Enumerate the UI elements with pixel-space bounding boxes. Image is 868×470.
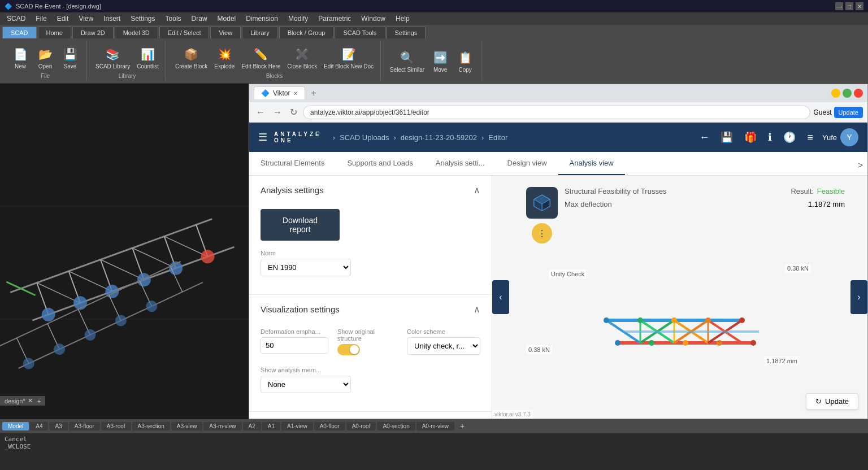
menu-file[interactable]: File [31, 14, 51, 24]
menu-parametric[interactable]: Parametric [314, 14, 355, 24]
info-btn[interactable]: ℹ [766, 129, 774, 146]
bottom-tab-a3-section[interactable]: A3-section [132, 422, 170, 430]
menu-help[interactable]: Help [391, 14, 414, 24]
menu-tools[interactable]: Tools [161, 14, 186, 24]
menu-insert[interactable]: Insert [99, 14, 125, 24]
bottom-tab-a3-view[interactable]: A3-view [171, 422, 203, 430]
url-bar[interactable] [303, 106, 810, 119]
show-analysis-select[interactable]: None [261, 376, 351, 393]
ribbon-tab-block-group[interactable]: Block / Group [279, 27, 334, 38]
menu-draw[interactable]: Draw [187, 14, 212, 24]
bottom-tab-a4[interactable]: A4 [30, 422, 48, 430]
create-block-btn[interactable]: 📦 Create Block [173, 43, 210, 72]
user-badge[interactable]: Yufe Y [822, 128, 858, 146]
ribbon-tab-scad[interactable]: SCAD [2, 27, 37, 38]
refresh-btn[interactable]: ↻ [288, 105, 300, 120]
close-block-btn[interactable]: ✖️ Close Block [285, 43, 319, 72]
new-tab-btn[interactable]: + [309, 88, 318, 98]
hamburger-btn[interactable]: ☰ [258, 131, 267, 143]
breadcrumb-editor[interactable]: Editor [488, 133, 507, 142]
bottom-tab-a1-view[interactable]: A1-view [281, 422, 313, 430]
back-nav-btn[interactable]: ← [697, 129, 711, 146]
move-btn[interactable]: ➡️ Move [429, 46, 452, 75]
show-original-toggle[interactable] [337, 344, 360, 355]
color-scheme-select[interactable]: Unity check, r... [407, 337, 480, 355]
tab-design-view[interactable]: Design view [496, 152, 558, 175]
ribbon-tab-scad-tools[interactable]: SCAD Tools [335, 27, 385, 38]
menu-bar: SCAD File Edit View Insert Settings Tool… [0, 12, 868, 25]
ribbon-tab-library[interactable]: Library [242, 27, 278, 38]
menu-view[interactable]: View [74, 14, 98, 24]
scad-library-btn[interactable]: 📚 SCAD Library [93, 43, 132, 72]
visualization-settings-toggle[interactable]: ∧ [474, 304, 480, 315]
breadcrumb-design[interactable]: design-11-23-20-59202 [401, 133, 477, 142]
tab-structural-elements[interactable]: Structural Elements [249, 152, 336, 175]
explode-btn[interactable]: 💥 Explode [212, 43, 237, 72]
add-tab-btn[interactable]: + [455, 421, 469, 430]
save-header-btn[interactable]: 💾 [718, 129, 735, 146]
ribbon-tab-home[interactable]: Home [38, 27, 71, 38]
menu-modify[interactable]: Modify [284, 14, 313, 24]
action-dots-btn[interactable]: ⋮ [532, 223, 552, 243]
gift-btn[interactable]: 🎁 [742, 129, 759, 146]
panel-nav-left[interactable]: ‹ [492, 280, 509, 314]
browser-maximize-btn[interactable] [843, 89, 852, 98]
history-btn[interactable]: 🕐 [781, 129, 798, 146]
bottom-tab-a3-floor[interactable]: A3-floor [69, 422, 100, 430]
save-btn[interactable]: 💾 Save [59, 43, 81, 72]
menu-scad[interactable]: SCAD [2, 14, 30, 24]
ribbon-tab-model3d[interactable]: Model 3D [115, 27, 158, 38]
open-btn[interactable]: 📂 Open [34, 43, 57, 72]
back-btn[interactable]: ← [254, 105, 267, 120]
browser-tab-close[interactable]: ✕ [293, 90, 298, 97]
bottom-tab-model[interactable]: Model [2, 422, 29, 430]
panel-nav-right[interactable]: › [850, 280, 867, 314]
design-tab-add[interactable]: + [37, 398, 41, 404]
select-similar-btn[interactable]: 🔍 Select Similar [388, 46, 427, 75]
menu-dimension[interactable]: Dimension [241, 14, 283, 24]
minimize-btn[interactable]: — [835, 2, 843, 10]
deformation-input[interactable] [261, 337, 328, 354]
copy-btn[interactable]: 📋 Copy [454, 46, 476, 75]
browser-minimize-btn[interactable] [831, 89, 840, 98]
menu-window[interactable]: Window [357, 14, 390, 24]
bottom-tab-a0-m-view[interactable]: A0-m-view [416, 422, 454, 430]
bottom-tab-a0-floor[interactable]: A0-floor [314, 422, 345, 430]
browser-update-btn[interactable]: Update [834, 107, 863, 118]
ribbon-tab-draw2d[interactable]: Draw 2D [72, 27, 114, 38]
norm-select[interactable]: EN 1990 [261, 259, 351, 276]
analysis-settings-toggle[interactable]: ∧ [474, 185, 480, 195]
bottom-tab-a3-m-view[interactable]: A3-m-view [203, 422, 241, 430]
tab-scroll-right[interactable]: > [853, 156, 867, 175]
tab-analysis-settings[interactable]: Analysis setti... [424, 152, 496, 175]
maximize-btn[interactable]: □ [845, 2, 853, 10]
edit-block-new-btn[interactable]: 📝 Edit Block New Doc [322, 43, 376, 72]
browser-close-btn[interactable] [854, 89, 863, 98]
bottom-tab-a3[interactable]: A3 [49, 422, 67, 430]
tab-analysis-view[interactable]: Analysis view [558, 152, 625, 175]
new-btn[interactable]: 📄 New [9, 43, 32, 72]
update-btn[interactable]: ↻ Update [806, 393, 858, 410]
design-tab-close[interactable]: ✕ [28, 397, 33, 404]
menu-edit[interactable]: Edit [53, 14, 73, 24]
countlist-btn[interactable]: 📊 Countlist [134, 43, 161, 72]
browser-tab[interactable]: 🔷 Viktor ✕ [254, 86, 305, 99]
menu-model[interactable]: Model [213, 14, 241, 24]
download-report-btn[interactable]: Download report [261, 209, 340, 241]
bottom-tab-a3-roof[interactable]: A3-roof [101, 422, 131, 430]
bottom-tab-a1[interactable]: A1 [262, 422, 280, 430]
edit-block-here-btn[interactable]: ✏️ Edit Block Here [239, 43, 283, 72]
bottom-tab-a2[interactable]: A2 [243, 422, 261, 430]
bottom-tab-a0-section[interactable]: A0-section [377, 422, 415, 430]
tab-supports-and-loads[interactable]: Supports and Loads [336, 152, 424, 175]
menu-header-btn[interactable]: ≡ [805, 129, 815, 146]
forward-btn[interactable]: → [271, 105, 284, 120]
ribbon-tab-view[interactable]: View [210, 27, 241, 38]
menu-settings[interactable]: Settings [126, 14, 159, 24]
close-btn[interactable]: ✕ [856, 2, 863, 10]
design-tab[interactable]: design* ✕ + [0, 396, 45, 406]
ribbon-tab-edit[interactable]: Edit / Select [159, 27, 210, 38]
bottom-tab-a0-roof[interactable]: A0-roof [346, 422, 376, 430]
ribbon-tab-settings[interactable]: Settings [387, 27, 426, 38]
breadcrumb-scad-uploads[interactable]: SCAD Uploads [340, 133, 389, 142]
